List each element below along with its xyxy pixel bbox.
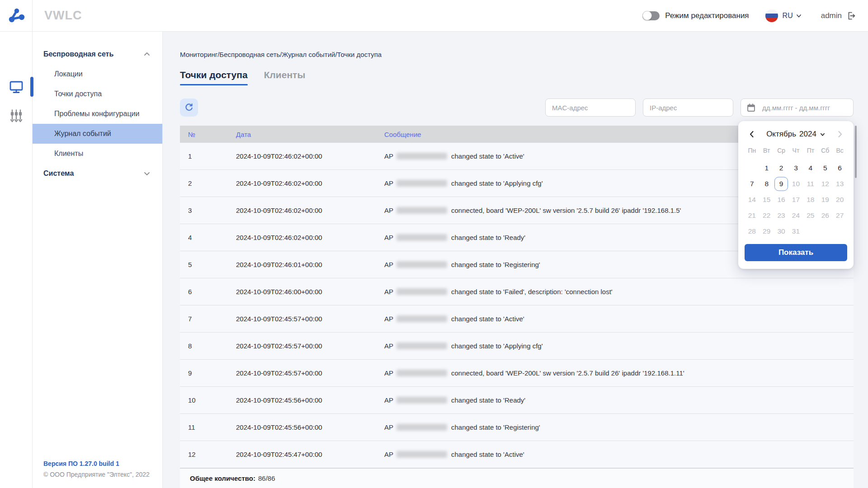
calendar-day-18[interactable]: 18	[803, 192, 818, 207]
table-row[interactable]: 9 2024-10-09T02:45:57+00:00 AP connected…	[180, 360, 854, 387]
calendar-day-8[interactable]: 8	[760, 176, 774, 192]
calendar-nav: Октябрь 2024	[745, 127, 847, 141]
calendar-day-30[interactable]: 30	[774, 223, 788, 239]
calendar-day-23[interactable]: 23	[774, 207, 788, 223]
calendar-day-16[interactable]: 16	[774, 192, 788, 207]
message-text: connected, board 'WEP-200L' sw version '…	[451, 206, 681, 214]
cell-message: AP changed state to 'Applying cfg'	[384, 342, 854, 350]
weekday-label: Пт	[803, 145, 818, 156]
cell-num: 12	[180, 450, 236, 458]
cell-date: 2024-10-09T02:45:57+00:00	[236, 369, 384, 377]
message-text: changed state to 'Active'	[451, 152, 524, 160]
calendar-day-25[interactable]: 25	[803, 207, 818, 223]
message-prefix: AP	[384, 369, 393, 377]
calendar-day-13[interactable]: 13	[832, 176, 847, 192]
redacted-mac	[396, 207, 447, 214]
redacted-mac	[396, 288, 447, 295]
calendar-day-12[interactable]: 12	[818, 176, 832, 192]
calendar-day-9[interactable]: 9	[774, 176, 788, 192]
calendar-day-14[interactable]: 14	[745, 192, 759, 207]
cell-num: 4	[180, 234, 236, 241]
sidebar-item[interactable]: Локации	[33, 64, 162, 84]
calendar-day-28[interactable]: 28	[745, 223, 759, 239]
monitor-icon	[9, 80, 24, 94]
calendar-day-26[interactable]: 26	[818, 207, 832, 223]
calendar-day-5[interactable]: 5	[818, 160, 832, 176]
menu-section-system[interactable]: Система	[33, 164, 162, 183]
calendar-day-empty	[818, 223, 832, 239]
language-selector[interactable]: RU	[765, 9, 802, 22]
date-range-input[interactable]: дд.мм.гггг - дд.мм.гггг	[741, 99, 854, 117]
calendar-day-15[interactable]: 15	[760, 192, 774, 207]
calendar-day-11[interactable]: 11	[803, 176, 818, 192]
table-row[interactable]: 10 2024-10-09T02:45:56+00:00 AP changed …	[180, 387, 854, 414]
menu-section-label: Беспроводная сеть	[43, 50, 143, 58]
prev-month-button[interactable]	[747, 129, 757, 139]
calendar-day-2[interactable]: 2	[774, 160, 788, 176]
table-row[interactable]: 11 2024-10-09T02:45:56+00:00 AP changed …	[180, 414, 854, 441]
cell-date: 2024-10-09T02:46:00+00:00	[236, 288, 384, 296]
sidebar-item[interactable]: Журнал событий	[33, 124, 162, 144]
calendar-day-20[interactable]: 20	[832, 192, 847, 207]
table-row[interactable]: 12 2024-10-09T02:45:47+00:00 AP changed …	[180, 441, 854, 468]
user-menu[interactable]: admin	[821, 11, 856, 21]
calendar-day-21[interactable]: 21	[745, 207, 759, 223]
calendar-day-10[interactable]: 10	[788, 176, 803, 192]
mac-address-input[interactable]	[545, 99, 636, 117]
message-text: changed state to 'Failed', description: …	[451, 288, 613, 296]
calendar-day-empty	[745, 160, 759, 176]
table-row[interactable]: 7 2024-10-09T02:45:57+00:00 AP changed s…	[180, 305, 854, 333]
calendar-day-24[interactable]: 24	[788, 207, 803, 223]
month-year-selector[interactable]: Октябрь 2024	[766, 130, 826, 139]
logout-icon[interactable]	[846, 11, 856, 21]
message-prefix: AP	[384, 450, 393, 458]
sidebar-item[interactable]: Точки доступа	[33, 84, 162, 104]
calendar-day-31[interactable]: 31	[788, 223, 803, 239]
redacted-mac	[396, 180, 447, 187]
calendar-day-6[interactable]: 6	[832, 160, 847, 176]
date-range-placeholder: дд.мм.гггг - дд.мм.гггг	[762, 104, 830, 112]
chevron-down-icon	[820, 131, 826, 137]
sidebar-item[interactable]: Клиенты	[33, 144, 162, 164]
ip-address-input[interactable]	[643, 99, 733, 117]
calendar-day-29[interactable]: 29	[760, 223, 774, 239]
redacted-mac	[396, 315, 447, 322]
refresh-button[interactable]	[180, 99, 198, 117]
redacted-mac	[396, 234, 447, 241]
show-button[interactable]: Показать	[745, 244, 847, 261]
breadcrumb: Мониторинг/Беспроводная сеть/Журнал собы…	[180, 51, 382, 58]
menu-section-wireless[interactable]: Беспроводная сеть	[33, 44, 162, 64]
calendar-day-22[interactable]: 22	[760, 207, 774, 223]
weekday-label: Пн	[745, 145, 759, 156]
calendar-days: 1234567891011121314151617181920212223242…	[745, 160, 847, 239]
column-header-num[interactable]: №	[180, 131, 236, 138]
tab-access-points[interactable]: Точки доступа	[180, 70, 248, 85]
calendar-day-3[interactable]: 3	[788, 160, 803, 176]
column-header-date[interactable]: Дата	[236, 131, 384, 138]
edit-mode-toggle[interactable]	[642, 11, 660, 20]
edit-mode-label: Режим редактирования	[665, 11, 749, 20]
nav-monitoring[interactable]	[0, 76, 33, 97]
logo-cell[interactable]	[0, 0, 33, 32]
tab-clients[interactable]: Клиенты	[264, 70, 306, 85]
chevron-up-icon	[143, 51, 151, 57]
calendar-day-1[interactable]: 1	[760, 160, 774, 176]
sidebar-item-label: Журнал событий	[54, 130, 111, 138]
message-prefix: AP	[384, 423, 393, 431]
sidebar-menu: Беспроводная сеть Локации Точки доступа …	[33, 32, 163, 488]
next-month-button[interactable]	[835, 129, 845, 139]
table-scrollbar-thumb[interactable]	[855, 126, 857, 178]
calendar-day-17[interactable]: 17	[788, 192, 803, 207]
software-version-link[interactable]: Версия ПО 1.27.0 build 1	[43, 460, 150, 467]
calendar-day-4[interactable]: 4	[803, 160, 818, 176]
table-row[interactable]: 8 2024-10-09T02:45:57+00:00 AP changed s…	[180, 333, 854, 360]
sidebar-item[interactable]: Проблемы конфигурации	[33, 104, 162, 124]
nav-settings[interactable]	[0, 105, 33, 126]
table-row[interactable]: 6 2024-10-09T02:46:00+00:00 AP changed s…	[180, 278, 854, 305]
cell-num: 10	[180, 396, 236, 404]
message-prefix: AP	[384, 396, 393, 404]
calendar-day-7[interactable]: 7	[745, 176, 759, 192]
active-section-indicator	[30, 77, 33, 97]
calendar-day-19[interactable]: 19	[818, 192, 832, 207]
calendar-day-27[interactable]: 27	[832, 207, 847, 223]
